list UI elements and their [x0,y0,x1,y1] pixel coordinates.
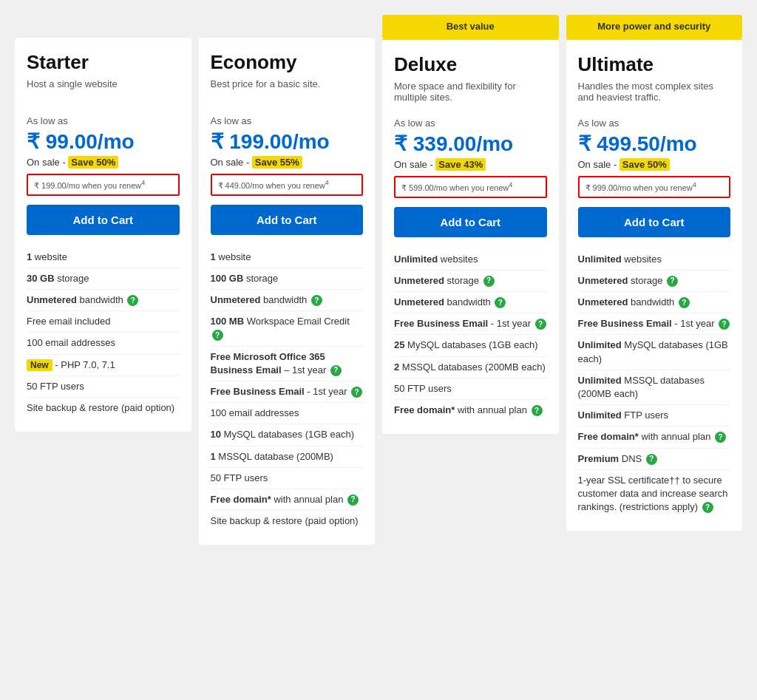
help-icon[interactable]: ? [311,295,322,306]
renew-row-deluxe: ₹ 599.00/mo when you renew4 [394,176,547,198]
on-sale-ultimate: On sale - Save 50% [578,159,731,170]
help-icon[interactable]: ? [532,405,543,416]
feature-bold: Unlimited [578,339,622,350]
help-icon[interactable]: ? [347,495,359,506]
plan-desc-starter: Host a single website [27,78,180,105]
feature-item: Site backup & restore (paid option) [27,398,180,418]
plan-title-deluxe: Deluxe [394,53,547,76]
plan-title-starter: Starter [27,51,180,74]
feature-item: 25 MySQL databases (1GB each) [394,335,547,356]
feature-bold: 10 [211,429,221,440]
feature-bold: 1 [211,251,216,262]
feature-item: 50 FTP users [394,378,547,400]
feature-item: Free domain* with annual plan ? [211,489,364,511]
plan-card-economy: EconomyBest price for a basic site.As lo… [199,38,376,545]
feature-item: 1-year SSL certificate†† to secure custo… [578,470,731,518]
feature-item: 100 email addresses [211,403,364,424]
help-icon[interactable]: ? [535,319,546,330]
plan-badge-deluxe: Best value [382,15,559,38]
help-icon[interactable]: ? [702,502,713,513]
feature-item: Unmetered bandwidth ? [578,292,731,313]
help-icon[interactable]: ? [715,432,726,443]
plan-card-deluxe: DeluxeMore space and flexibility for mul… [382,38,559,434]
feature-item: Free Business Email - 1st year ? [578,313,731,335]
feature-item: Free domain* with annual plan ? [578,427,731,448]
feature-bold: Unmetered [394,275,444,286]
feature-item: Free Business Email - 1st year ? [394,313,547,335]
feature-item: Free email included [27,311,180,333]
feature-item: Unlimited websites [578,249,731,271]
feature-bold: Free Business Email [578,318,672,329]
feature-bold: Free Business Email [394,318,488,329]
help-icon[interactable]: ? [667,276,678,287]
help-icon[interactable]: ? [212,330,223,341]
feature-bold: Unmetered [211,294,261,305]
on-sale-economy: On sale - Save 55% [211,157,364,168]
add-to-cart-starter[interactable]: Add to Cart [27,205,180,235]
feature-bold: 25 [394,339,404,350]
feature-item: 1 website [211,247,364,268]
feature-item: Unmetered bandwidth ? [394,292,547,313]
feature-bold: 100 MB [211,316,245,327]
feature-item: Free domain* with annual plan ? [394,400,547,421]
feature-item: New - PHP 7.0, 7.1 [27,355,180,376]
renew-row-economy: ₹ 449.00/mo when you renew4 [211,174,364,196]
feature-bold: Unmetered [578,296,628,307]
renew-row-starter: ₹ 199.00/mo when you renew4 [27,174,180,196]
feature-bold: Premium [578,453,619,464]
as-low-as-starter: As low as [27,115,180,126]
feature-item: 2 MSSQL databases (200MB each) [394,357,547,378]
feature-bold: 1 [27,251,32,262]
help-icon[interactable]: ? [646,454,657,465]
feature-item: Free Microsoft Office 365 Business Email… [211,347,364,381]
help-icon[interactable]: ? [483,276,495,287]
feature-bold: Unlimited [578,254,622,265]
plan-wrapper-starter: placeholderStarterHost a single websiteA… [15,15,191,432]
feature-item: 1 MSSQL database (200MB) [211,446,364,468]
feature-item: Unmetered bandwidth ? [211,290,364,311]
feature-item: 50 FTP users [27,376,180,398]
feature-item: Unmetered storage ? [578,271,731,292]
help-icon[interactable]: ? [330,365,342,376]
feature-bold: Unlimited [394,254,438,265]
feature-bold: Free domain* [394,404,455,415]
feature-item: 100 email addresses [27,333,180,354]
help-icon[interactable]: ? [679,297,690,308]
help-icon[interactable]: ? [719,319,730,330]
help-icon[interactable]: ? [127,295,138,306]
new-badge: New [27,359,52,371]
feature-item: Site backup & restore (paid option) [211,511,364,531]
feature-item: Unlimited FTP users [578,405,731,427]
add-to-cart-ultimate[interactable]: Add to Cart [578,207,731,237]
renew-row-ultimate: ₹ 999.00/mo when you renew4 [578,176,731,198]
as-low-as-deluxe: As low as [394,118,547,129]
plan-title-economy: Economy [211,51,364,74]
save-badge-deluxe: Save 43% [435,158,486,171]
add-to-cart-economy[interactable]: Add to Cart [211,205,364,235]
help-icon[interactable]: ? [351,387,362,398]
save-badge-economy: Save 55% [252,156,302,169]
feature-bold: Free domain* [211,494,271,505]
feature-item: Premium DNS ? [578,449,731,470]
help-icon[interactable]: ? [495,297,506,308]
features-list-starter: 1 website30 GB storageUnmetered bandwidt… [27,247,180,419]
plans-container: placeholderStarterHost a single websiteA… [15,15,742,545]
feature-bold: 30 GB [27,273,55,284]
price-ultimate: ₹ 499.50/mo [578,132,731,156]
add-to-cart-deluxe[interactable]: Add to Cart [394,207,547,237]
price-economy: ₹ 199.00/mo [211,129,364,154]
feature-bold: Free Microsoft Office 365 Business Email [211,351,325,376]
feature-item: Unlimited MySQL databases (1GB each) [578,335,731,370]
feature-item: 100 GB storage [211,268,364,290]
feature-bold: 100 GB [211,273,244,284]
plan-card-ultimate: UltimateHandles the most complex sites a… [566,38,743,531]
save-badge-ultimate: Save 50% [619,158,670,171]
plan-wrapper-economy: placeholderEconomyBest price for a basic… [199,15,376,545]
feature-item: Unmetered storage ? [394,271,547,292]
feature-bold: Unmetered [578,275,628,286]
price-starter: ₹ 99.00/mo [27,129,180,154]
feature-bold: Unlimited [578,375,622,386]
price-deluxe: ₹ 339.00/mo [394,132,547,156]
feature-bold: Free Business Email [211,386,305,397]
feature-bold: 2 [394,361,399,373]
